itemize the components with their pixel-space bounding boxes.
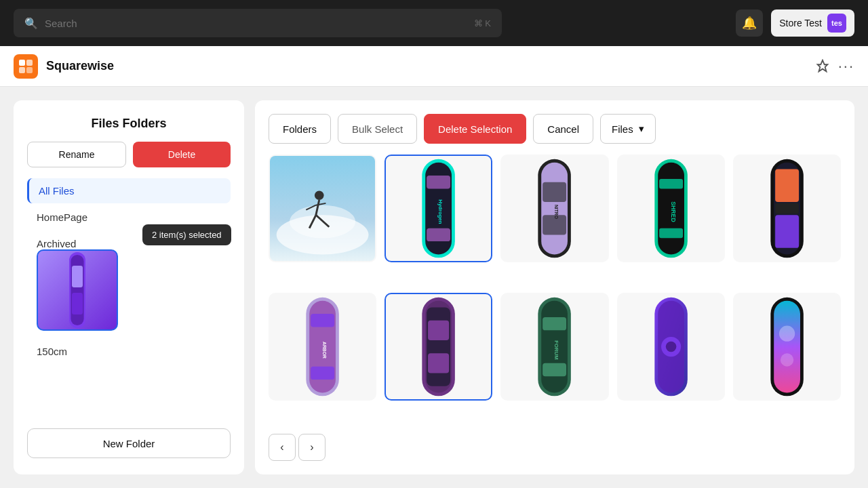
delete-button[interactable]: Delete [133,142,231,167]
folder-list: All Files HomePage Archived 2 item(s) se… [27,178,231,364]
svg-rect-50 [543,317,567,330]
search-icon: 🔍 [24,17,38,30]
svg-rect-20 [427,176,450,188]
svg-rect-3 [26,67,33,73]
ski-photo [270,156,375,261]
app-header: Squarewise ··· [0,46,868,87]
svg-point-55 [665,342,676,352]
search-box[interactable]: 🔍 ⌘ K [14,9,502,37]
svg-point-11 [315,190,324,200]
next-icon: › [310,441,313,453]
grid-item-8[interactable]: FORUM [500,293,608,401]
svg-rect-21 [427,228,450,241]
grid-item-2[interactable]: Hydrogen [384,155,492,262]
top-bar: 🔍 ⌘ K 🔔 Store Test tes [0,0,868,46]
svg-rect-44 [427,307,450,386]
files-label: Files [612,123,633,135]
snowboard-dark-purple: NITRO [502,156,607,261]
thumbnail-preview [37,249,118,331]
svg-rect-30 [659,179,683,189]
svg-rect-34 [775,169,799,201]
more-button[interactable]: ··· [838,58,854,75]
sidebar-title: Files Folders [27,117,231,131]
selection-tooltip: 2 item(s) selected [142,224,231,245]
store-button[interactable]: Store Test tes [771,9,854,37]
snowboard-purple-gradient [618,294,724,399]
store-name: Store Test [779,18,822,28]
svg-rect-0 [19,60,25,66]
svg-rect-31 [659,228,683,239]
content-area: Folders Bulk Select Delete Selection Can… [255,100,854,474]
search-shortcut: ⌘ K [474,18,491,28]
svg-text:FORUM: FORUM [553,340,559,359]
logo-icon [18,59,33,74]
svg-rect-2 [19,67,25,73]
svg-rect-45 [428,321,449,340]
grid-item-7[interactable] [384,293,492,401]
svg-rect-24 [543,182,567,202]
main-layout: Files Folders Rename Delete All Files Ho… [0,87,868,488]
svg-text:SHRED: SHRED [669,201,676,222]
svg-text:NITRO: NITRO [554,205,559,219]
grid-item-9[interactable] [617,293,725,401]
sidebar-actions: Rename Delete [27,142,231,167]
snowboard-teal-pink [734,294,840,399]
rename-button[interactable]: Rename [27,142,126,167]
bulk-select-button[interactable]: Bulk Select [338,114,417,144]
svg-rect-57 [774,301,800,393]
grid-item-6[interactable]: ARBOR [269,293,376,401]
files-dropdown[interactable]: Files ▾ [600,114,656,144]
grid-item-5[interactable] [733,155,841,262]
snowboard-preview-icon [60,249,94,331]
app-logo [14,54,38,79]
topbar-right: 🔔 Store Test tes [736,9,854,37]
svg-rect-46 [428,353,449,373]
svg-point-59 [781,353,793,366]
svg-rect-36 [775,203,799,214]
image-grid: Hydrogen NITRO [269,155,841,423]
new-folder-button[interactable]: New Folder [27,428,231,458]
grid-item-10[interactable] [733,293,841,401]
cancel-button[interactable]: Cancel [533,114,593,144]
search-input[interactable] [45,18,467,29]
grid-item-1[interactable] [269,155,376,262]
sidebar-item-archived[interactable]: Archived 2 item(s) selected [27,231,231,338]
pagination: ‹ › [269,434,841,461]
sidebar: Files Folders Rename Delete All Files Ho… [14,100,244,474]
svg-rect-51 [543,363,567,376]
svg-text:ARBOR: ARBOR [322,342,327,359]
grid-item-3[interactable]: NITRO [500,155,608,262]
svg-rect-41 [311,367,334,380]
snowboard-dark-green: FORUM [502,294,607,399]
svg-text:Hydrogen: Hydrogen [437,199,443,224]
toolbar: Folders Bulk Select Delete Selection Can… [269,114,841,144]
svg-rect-35 [775,215,799,247]
header-actions: ··· [815,58,854,75]
sidebar-item-all-files[interactable]: All Files [27,178,231,203]
svg-rect-7 [72,293,83,314]
svg-rect-1 [26,60,33,66]
prev-icon: ‹ [280,441,283,453]
folders-button[interactable]: Folders [269,114,331,144]
delete-selection-button[interactable]: Delete Selection [424,114,526,144]
svg-rect-5 [71,255,83,325]
prev-page-button[interactable]: ‹ [269,434,296,461]
snowboard-teal-black: SHRED [618,156,724,261]
svg-rect-6 [72,266,83,287]
svg-rect-40 [311,314,334,327]
pin-button[interactable] [815,59,830,74]
grid-item-4[interactable]: SHRED [617,155,725,262]
more-icon: ··· [838,58,854,75]
pin-icon [815,59,830,74]
snowboard-light-purple: ARBOR [270,294,375,399]
snowboard-orange-purple [734,156,840,261]
svg-point-58 [779,326,795,342]
app-title: Squarewise [46,59,114,73]
sidebar-item-150cm[interactable]: 150cm [27,339,231,364]
notification-button[interactable]: 🔔 [736,9,763,37]
next-page-button[interactable]: › [298,434,326,461]
snowboard-teal-purple: Hydrogen [386,156,491,261]
bell-icon: 🔔 [742,16,757,30]
store-avatar: tes [827,14,846,33]
chevron-down-icon: ▾ [639,123,644,135]
